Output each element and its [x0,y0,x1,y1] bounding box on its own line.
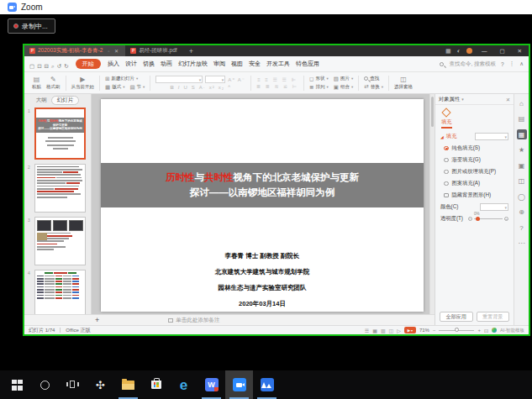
color-dropdown[interactable] [480,203,508,211]
format-icon[interactable]: ▤ [517,114,527,124]
read-view-icon[interactable]: ◫ [389,328,394,333]
font-size-select[interactable] [205,76,225,83]
selection-pane-button[interactable]: ◫ 选择窗格 [394,76,413,90]
zoom-slider-handle[interactable] [455,328,459,332]
taskbar-file-explorer[interactable] [114,370,142,399]
recording-indicator[interactable]: 录制中... [8,18,55,34]
slides-tab[interactable]: 幻灯片 [51,96,80,105]
help-icon[interactable]: ? [517,223,527,233]
shapes-button[interactable]: ◻ 形状▾ [309,76,329,82]
slideshow-play-button[interactable]: ▶▾ [404,327,416,333]
section-expand-icon[interactable]: ◢ [440,134,444,139]
picture-button[interactable]: ▧ 图片▾ [334,76,353,82]
new-slide-button[interactable]: ⊞ 新建幻灯片▾ [105,76,138,82]
selection-icon[interactable]: ⊕ [517,207,527,218]
notes-toggle-icon[interactable]: ☰ [365,328,369,333]
fill-option[interactable]: 纯色填充(S) [440,144,508,152]
zoom-out-button[interactable]: − [433,328,436,333]
close-button[interactable]: ✕ [514,48,525,55]
transition-icon[interactable]: ▣ [517,160,527,171]
help-icon[interactable]: ? [501,61,504,67]
section-button[interactable]: ▤ 节▾ [129,84,145,91]
grid-icon[interactable]: ▦ [445,48,451,55]
checkbox-icon[interactable] [444,193,449,198]
properties-icon[interactable]: ▦ [517,129,527,139]
taskbar-zoom-client[interactable] [225,370,253,399]
menu-安全[interactable]: 安全 [249,60,261,68]
normal-view-icon[interactable]: ▦ [372,328,377,333]
fill-tab[interactable]: 填充 [441,118,452,129]
menu-设计[interactable]: 设计 [125,60,137,68]
underline-button[interactable]: U [183,85,187,90]
fit-window-icon[interactable]: ⊡ [484,328,488,333]
document-tab-pdf[interactable]: P 易经-团研班.pdf [125,45,182,56]
format-painter-button[interactable]: ✎ 格式刷 [46,76,61,90]
fill-option[interactable]: 图案填充(A) [440,180,508,187]
radio-icon[interactable] [444,181,449,186]
taskbar-task-view-button[interactable] [59,370,87,399]
ai-template-label[interactable]: AI-智能模板 [500,328,524,333]
radio-icon[interactable] [444,170,449,175]
increase-icon[interactable]: + [504,217,508,221]
print-icon[interactable]: ⊟ [45,63,49,69]
add-slide-button[interactable]: + [95,317,99,324]
italic-button[interactable]: I [178,85,181,90]
menu-开发工具[interactable]: 开发工具 [266,60,290,68]
tab-close-icon[interactable]: ◦ ✕ [105,48,120,54]
undo-icon[interactable]: ↺ [57,63,61,69]
chart-icon[interactable]: ◫ [517,176,527,186]
apply-all-button[interactable]: 全部应用 [440,312,473,322]
menu-视图[interactable]: 视图 [231,60,243,68]
slider-handle[interactable] [476,217,480,221]
font-family-select[interactable] [155,76,203,83]
slideshow-view-icon[interactable]: ▷ [397,328,401,333]
effects-icon[interactable]: ★ [517,145,527,155]
command-search-input[interactable]: 查找命令, 搜索模板 [449,60,496,68]
menu-特色应用[interactable]: 特色应用 [296,60,319,68]
comment-icon[interactable]: ◯ [517,192,527,202]
menu-切换[interactable]: 切换 [143,60,155,68]
skin-icon[interactable]: ◐ [457,48,461,54]
fill-option[interactable]: 图片或纹理填充(P) [440,168,508,176]
menu-幻灯片放映[interactable]: 幻灯片放映 [178,60,208,68]
menu-审阅[interactable]: 审阅 [213,60,225,68]
collapse-ribbon-icon[interactable]: ∧ [519,60,524,67]
strike-button[interactable]: S [192,85,196,90]
outline-tab[interactable]: 大纲 [36,97,47,104]
slide-thumbnail-3[interactable] [34,217,86,265]
new-tab-button[interactable]: + [182,45,200,56]
zoom-in-button[interactable]: + [477,328,481,333]
taskbar-wps-office[interactable]: W [198,370,225,399]
menu-动画[interactable]: 动画 [161,60,172,68]
home-icon[interactable]: ⌂ [517,98,527,108]
decrease-icon[interactable]: − [468,217,472,221]
slide-editor[interactable]: 历时性与共时性视角下的北京老城保护与更新 探讨——以南锣地区福祥胡同为例 李春青… [101,99,424,312]
taskbar-search-button[interactable] [31,370,59,399]
zoom-slider[interactable] [439,330,474,331]
radio-icon[interactable] [444,158,449,163]
bold-button[interactable]: B [170,85,174,90]
output-icon[interactable]: ⊡ [37,63,41,69]
taskbar-ms-store[interactable] [142,370,170,399]
canvas-scrollbar[interactable] [429,94,435,314]
taskbar-edge-browser[interactable]: e [170,370,198,399]
layout-button[interactable]: ▦ 版式▾ [105,84,124,91]
document-tab-active[interactable]: P 202003实施-初稿-李春青-2 ◦ ✕ [24,45,125,56]
radio-icon[interactable] [444,146,449,151]
panel-close-icon[interactable]: ✕ [506,97,510,102]
save-icon[interactable]: ▢ [29,63,34,69]
reset-background-button[interactable]: 重置背景 [477,312,510,322]
taskbar-start-button[interactable] [3,370,31,399]
group-button[interactable]: ▣ 组合▾ [334,84,353,91]
find-button[interactable]: 查找 [364,76,379,81]
slide-thumbnail-1[interactable]: 历时性与共时性视角下的北京老城保护与更新探讨——以南锣地区福祥胡同为例 [34,108,86,160]
transparency-slider[interactable]: 0% [474,218,503,219]
ai-template-icon[interactable] [492,328,497,333]
redo-icon[interactable]: ↻ [64,63,68,69]
fill-option[interactable]: 隐藏背景图形(H) [440,192,508,199]
user-avatar[interactable] [466,48,472,54]
menu-插入[interactable]: 插入 [108,60,119,68]
arrange-button[interactable]: ≣ 排列▾ [309,84,329,91]
more-icon[interactable]: ⋯ [517,239,527,249]
replace-button[interactable]: ⇄ 替换▾ [364,83,383,90]
